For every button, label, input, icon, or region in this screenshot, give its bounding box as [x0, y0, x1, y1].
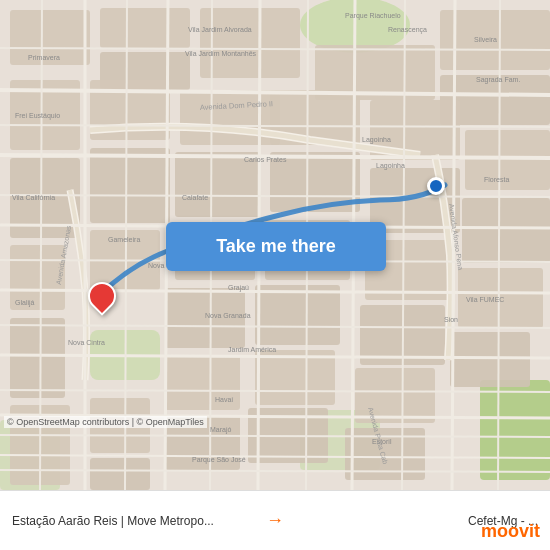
svg-text:Parque São José: Parque São José	[192, 456, 246, 464]
svg-text:Primavera: Primavera	[28, 54, 60, 61]
blue-dot-icon	[427, 177, 445, 195]
destination-marker	[427, 177, 445, 195]
map-attribution: © OpenStreetMap contributors | © OpenMap…	[4, 416, 207, 428]
svg-text:Nova Cintra: Nova Cintra	[68, 339, 105, 346]
moovit-logo: moovit	[481, 521, 540, 542]
svg-text:Marajó: Marajó	[210, 426, 232, 434]
svg-rect-3	[480, 380, 550, 480]
route-from-label: Estação Aarão Reis | Move Metropo...	[12, 514, 256, 528]
svg-text:Lagoinha: Lagoinha	[362, 136, 391, 144]
svg-text:Vila FUMEC: Vila FUMEC	[466, 296, 504, 303]
svg-text:Nova Granada: Nova Granada	[205, 312, 251, 319]
svg-rect-7	[100, 8, 190, 48]
svg-rect-44	[450, 332, 530, 387]
svg-text:Jardim América: Jardim América	[228, 346, 276, 353]
origin-marker	[88, 282, 116, 310]
svg-text:Carlos Prates: Carlos Prates	[244, 156, 287, 163]
app-container: Primavera Frei Eustáquio Vila Califórnia…	[0, 0, 550, 550]
svg-text:Sion: Sion	[444, 316, 458, 323]
bottom-bar: Estação Aarão Reis | Move Metropo... → C…	[0, 490, 550, 550]
arrow-icon: →	[266, 510, 284, 531]
svg-text:Glalijá: Glalijá	[15, 299, 35, 307]
svg-rect-16	[10, 318, 65, 398]
moovit-text: moovit	[481, 521, 540, 542]
red-pin-icon	[82, 276, 122, 316]
svg-text:Gameleira: Gameleira	[108, 236, 140, 243]
svg-rect-22	[90, 458, 150, 490]
svg-text:Calafate: Calafate	[182, 194, 208, 201]
svg-rect-32	[255, 285, 340, 345]
svg-text:Havaí: Havaí	[215, 396, 233, 403]
svg-text:Floresta: Floresta	[484, 176, 509, 183]
svg-text:Sagrada Fam.: Sagrada Fam.	[476, 76, 520, 84]
svg-rect-42	[462, 198, 550, 263]
svg-text:Vila Jardim Alvorada: Vila Jardim Alvorada	[188, 26, 252, 33]
svg-text:Vila Jardim Montanhês: Vila Jardim Montanhês	[185, 50, 257, 57]
svg-text:Parque Riachuelo: Parque Riachuelo	[345, 12, 401, 20]
svg-text:Silveira: Silveira	[474, 36, 497, 43]
svg-text:Grajaú: Grajaú	[228, 284, 249, 292]
svg-rect-39	[355, 368, 435, 423]
take-me-there-button[interactable]: Take me there	[166, 222, 386, 271]
svg-text:Frei Eustáquio: Frei Eustáquio	[15, 112, 60, 120]
svg-text:Lagoinha: Lagoinha	[376, 162, 405, 170]
svg-rect-9	[200, 8, 300, 78]
svg-text:Renascença: Renascença	[388, 26, 427, 34]
svg-rect-19	[90, 148, 170, 223]
map-area: Primavera Frei Eustáquio Vila Califórnia…	[0, 0, 550, 490]
svg-text:Vila Califórnia: Vila Califórnia	[12, 194, 55, 201]
